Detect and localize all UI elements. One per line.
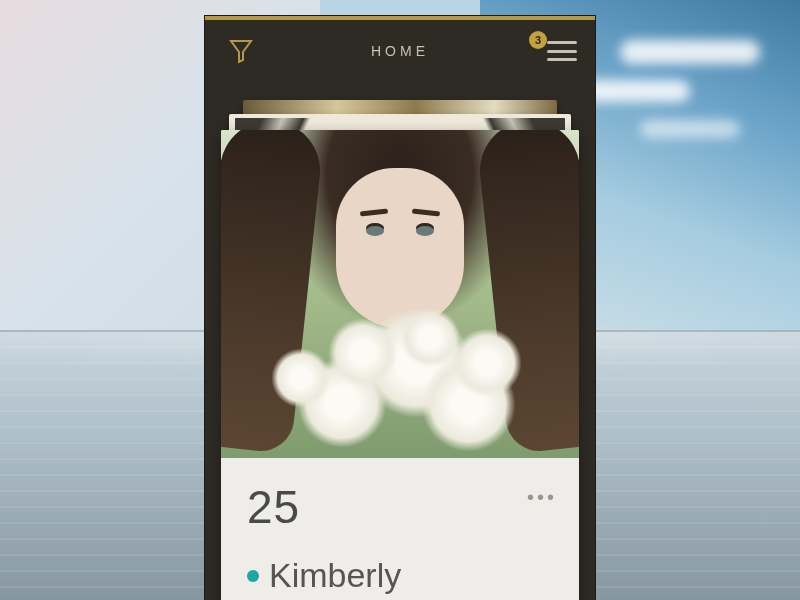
top-nav: HOME 3 <box>205 20 595 82</box>
more-options-button[interactable]: ••• <box>527 486 557 509</box>
page-title: HOME <box>371 43 429 59</box>
profile-name: Kimberly <box>269 556 401 595</box>
profile-age: 25 <box>247 480 553 534</box>
profile-card[interactable]: 25 ••• Kimberly <box>221 130 579 600</box>
phone-frame: HOME 3 <box>205 16 595 600</box>
profile-photo <box>221 130 579 458</box>
hamburger-icon <box>547 41 577 61</box>
menu-button[interactable]: 3 <box>533 33 577 69</box>
status-dot-icon <box>247 570 259 582</box>
card-stack: 25 ••• Kimberly <box>221 100 579 580</box>
filter-icon[interactable] <box>223 33 259 69</box>
notification-badge: 3 <box>529 31 547 49</box>
profile-info: 25 ••• Kimberly <box>221 458 579 600</box>
